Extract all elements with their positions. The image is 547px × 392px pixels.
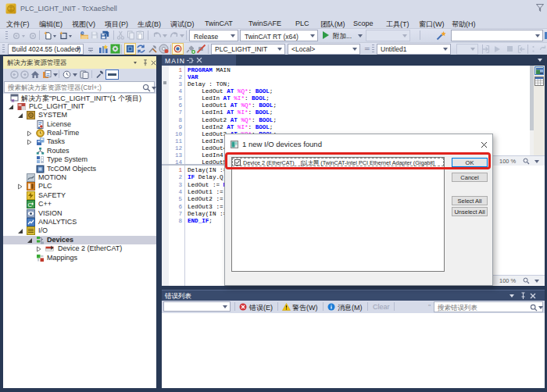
- svg-text:C: C: [28, 201, 33, 208]
